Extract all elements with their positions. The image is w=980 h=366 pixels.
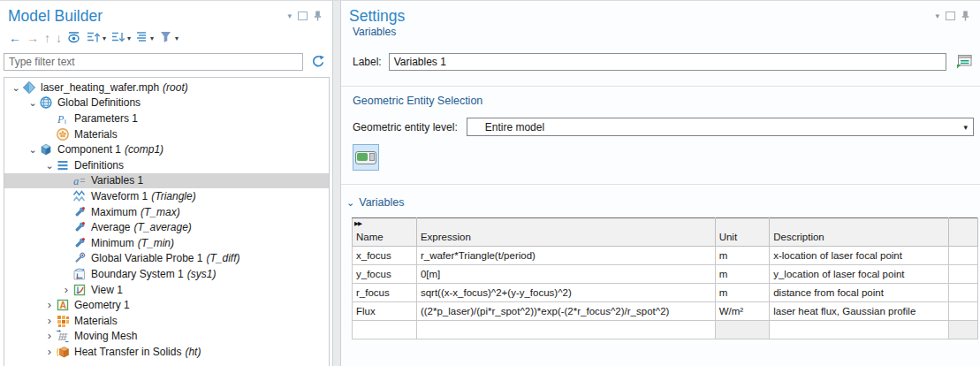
svg-text:P: P (57, 112, 65, 125)
tree-item-definitions[interactable]: ⌄Definitions (4, 157, 329, 173)
pin-icon[interactable] (314, 11, 322, 21)
cell-unit[interactable]: m (715, 284, 770, 302)
expand-nodes-button[interactable]: ▾ (84, 29, 109, 47)
collapse-nodes-icon (111, 31, 125, 46)
tree-item-label: Materials (74, 315, 118, 327)
tree-item-global-variable-probe-1[interactable]: Global Variable Probe 1(T_diff) (4, 251, 329, 267)
tree-item-waveform-1[interactable]: Waveform 1(Triangle) (4, 188, 329, 204)
label-input[interactable] (389, 53, 946, 71)
cell-name[interactable]: y_focus (353, 265, 417, 284)
cell-description[interactable] (770, 321, 949, 339)
expand-chevron-icon[interactable]: › (43, 316, 56, 325)
cell-expression[interactable]: r_wafer*Triangle(t/period) (416, 247, 715, 265)
model-root-icon (22, 80, 36, 95)
tree-item-variables-1[interactable]: a=Variables 1 (4, 173, 329, 189)
tree-item-suffix: (T_max) (141, 206, 180, 218)
cell-description[interactable]: x-location of laser focal point (770, 247, 949, 265)
cell-unit[interactable]: W/m² (715, 302, 770, 321)
refresh-button[interactable] (308, 53, 329, 71)
global-definitions-icon (39, 95, 53, 110)
refresh-icon (311, 54, 326, 71)
pin-icon[interactable] (961, 11, 969, 21)
cell-expression[interactable]: ((2*p_laser)/(pi*r_spot^2))*exp(-(2*r_fo… (416, 302, 715, 321)
column-header-trailing (949, 218, 978, 247)
tree-item-laser-heating-wafer-mph[interactable]: ⌄laser_heating_wafer.mph(root) (4, 80, 329, 95)
tree-item-maximum[interactable]: Maximum(T_max) (4, 204, 329, 220)
cell-description[interactable]: y_location of laser focal point (770, 265, 949, 284)
filter-input[interactable] (4, 53, 303, 71)
cell-description[interactable]: laser heat flux, Gaussian profile (770, 302, 949, 321)
panel-menu-icon[interactable]: ▾ (287, 12, 292, 20)
model-builder-header: Model Builder ▾ (0, 1, 332, 26)
expand-chevron-icon[interactable]: › (43, 347, 56, 356)
model-builder-panel: Model Builder ▾ ← → ↑ ↓ ▾ ▾ ▾ ▾ ⌄laser_h… (0, 1, 333, 366)
section-divider (341, 86, 980, 87)
tree-item-suffix: (root) (163, 81, 188, 94)
tree-item-materials[interactable]: ›Materials (4, 313, 329, 329)
geometric-entity-level-value: Entire model (473, 121, 964, 133)
tree-item-moving-mesh[interactable]: ›Moving Mesh (4, 329, 329, 345)
tree-item-materials[interactable]: Materials (4, 126, 329, 142)
variables-icon: a= (72, 173, 87, 187)
collapse-chevron-icon[interactable]: ⌄ (27, 98, 39, 107)
tree-item-heat-transfer-in-solids[interactable]: ›Heat Transfer in Solids(ht) (4, 344, 329, 360)
tree-item-label: Global Definitions (57, 96, 141, 109)
geometric-entity-selection-heading[interactable]: Geometric Entity Selection (353, 95, 980, 107)
expand-chevron-icon[interactable]: › (60, 286, 72, 294)
panel-menu-icon[interactable]: ▾ (935, 12, 939, 20)
dropdown-caret-icon: ▾ (103, 34, 106, 42)
cell-trailing (949, 302, 978, 321)
tree-item-global-definitions[interactable]: ⌄Global Definitions (4, 95, 329, 111)
tree-item-boundary-system-1[interactable]: Boundary System 1(sys1) (4, 266, 329, 282)
forward-button[interactable]: → (24, 29, 42, 47)
tree-item-parameters-1[interactable]: PiParameters 1 (4, 111, 329, 126)
variables-section-header[interactable]: ⌄ Variables (346, 196, 980, 209)
tree-item-view-1[interactable]: ›View 1 (4, 282, 329, 298)
boundary-system-icon (72, 267, 87, 281)
collapse-nodes-button[interactable]: ▾ (109, 29, 133, 47)
show-button[interactable] (65, 29, 84, 47)
tree-item-component-1[interactable]: ⌄Component 1(comp1) (4, 141, 329, 157)
collapse-chevron-icon[interactable]: ⌄ (10, 83, 22, 92)
geometric-entity-level-select[interactable]: Entire model ▾ (467, 118, 974, 136)
model-tree-filter-button[interactable]: ▾ (156, 29, 181, 47)
float-window-icon[interactable] (946, 11, 955, 20)
float-window-icon[interactable] (298, 11, 308, 20)
cell-unit[interactable] (715, 321, 770, 339)
settings-header: Settings ▾ (341, 1, 980, 26)
cell-unit[interactable]: m (715, 247, 770, 265)
cell-name[interactable]: Flux (353, 302, 417, 321)
tree-item-minimum[interactable]: Minimum(T_min) (4, 235, 329, 251)
tree-item-label: Average (91, 221, 130, 233)
tree-item-suffix: (comp1) (125, 143, 163, 156)
cell-name[interactable]: x_focus (353, 247, 417, 265)
tree-item-geometry-1[interactable]: ›AGeometry 1 (4, 297, 329, 313)
cell-expression[interactable]: sqrt((x-x_focus)^2+(y-y_focus)^2) (416, 284, 715, 302)
expand-chevron-icon[interactable]: › (43, 301, 56, 309)
back-arrow-icon: ← (9, 32, 21, 44)
active-selection-toggle-button[interactable] (353, 144, 379, 171)
heat-transfer-icon (56, 345, 70, 359)
move-down-button[interactable]: ↓ (53, 29, 65, 47)
cell-trailing (949, 284, 978, 302)
label-row: Label: (353, 51, 975, 72)
cell-name[interactable] (353, 321, 417, 339)
tree-item-label: View 1 (91, 284, 123, 296)
variables-table: ▶▶Name Expression Unit Description x_foc… (352, 217, 978, 339)
cell-name[interactable]: r_focus (353, 284, 417, 302)
collapse-chevron-icon[interactable]: ⌄ (43, 161, 56, 170)
move-up-button[interactable]: ↑ (42, 29, 53, 47)
column-header-name: ▶▶Name (353, 218, 417, 247)
tree-item-average[interactable]: Average(T_average) (4, 219, 329, 235)
cell-description[interactable]: distance from focal point (770, 284, 949, 302)
collapse-chevron-icon[interactable]: ⌄ (27, 145, 39, 154)
cell-expression[interactable]: 0[m] (416, 265, 715, 284)
cell-unit[interactable]: m (715, 265, 770, 284)
cell-trailing (949, 247, 978, 265)
expand-chevron-icon[interactable]: › (43, 332, 56, 340)
tree-item-suffix: (ht) (185, 346, 201, 358)
show-in-table-button[interactable] (953, 51, 975, 72)
back-button[interactable]: ← (6, 29, 24, 47)
node-group-button[interactable]: ▾ (133, 29, 156, 47)
cell-expression[interactable] (416, 321, 715, 339)
